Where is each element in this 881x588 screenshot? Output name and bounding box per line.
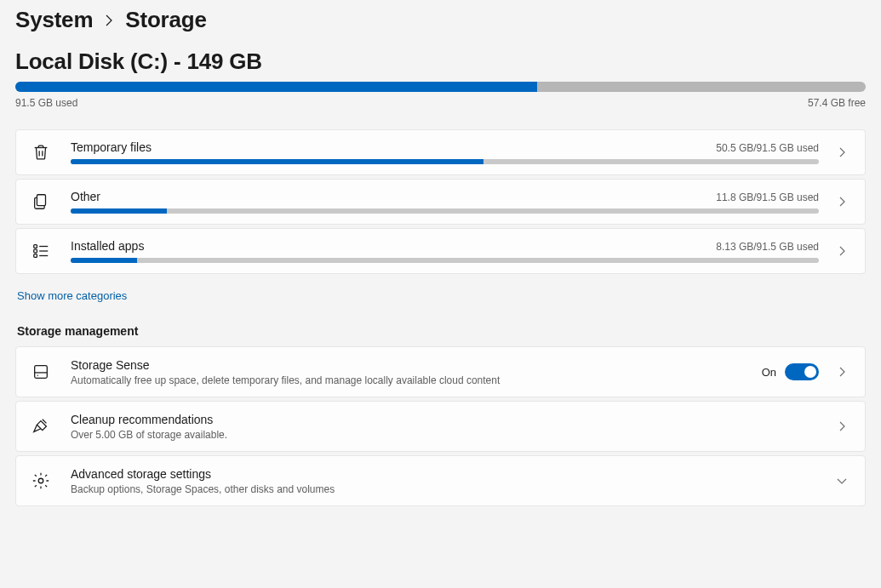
disk-usage-fill <box>15 82 537 92</box>
category-bar <box>71 258 819 263</box>
chevron-right-icon <box>832 367 851 377</box>
disk-free-label: 57.4 GB free <box>808 97 866 109</box>
svg-rect-4 <box>35 366 48 379</box>
setting-title: Storage Sense <box>71 358 150 372</box>
category-temporary-files[interactable]: Temporary files 50.5 GB/91.5 GB used <box>15 129 866 175</box>
category-usage: 50.5 GB/91.5 GB used <box>716 142 819 154</box>
drive-icon <box>25 363 57 381</box>
disk-usage-labels: 91.5 GB used 57.4 GB free <box>15 97 866 109</box>
section-heading-storage-management: Storage management <box>17 324 866 338</box>
category-bar <box>71 159 819 164</box>
breadcrumb: System Storage <box>15 7 866 33</box>
setting-subtitle: Automatically free up space, delete temp… <box>71 374 748 386</box>
setting-subtitle: Over 5.00 GB of storage available. <box>71 429 819 441</box>
broom-icon <box>25 417 57 436</box>
setting-advanced-storage[interactable]: Advanced storage settings Backup options… <box>15 455 866 506</box>
document-stack-icon <box>25 192 57 211</box>
gear-icon <box>25 471 57 490</box>
breadcrumb-current: Storage <box>125 7 206 33</box>
category-installed-apps[interactable]: Installed apps 8.13 GB/91.5 GB used <box>15 228 866 274</box>
disk-title: Local Disk (C:) - 149 GB <box>15 49 866 75</box>
storage-sense-toggle[interactable] <box>785 363 819 380</box>
category-title: Temporary files <box>71 140 152 154</box>
chevron-down-icon <box>832 477 851 485</box>
chevron-right-icon <box>832 147 851 157</box>
category-title: Installed apps <box>71 239 144 253</box>
svg-point-6 <box>38 478 43 483</box>
apps-list-icon <box>25 242 57 260</box>
setting-subtitle: Backup options, Storage Spaces, other di… <box>71 483 819 495</box>
category-bar <box>71 208 819 214</box>
svg-rect-3 <box>34 254 37 258</box>
chevron-right-icon <box>832 421 851 431</box>
setting-title: Cleanup recommendations <box>71 413 213 426</box>
svg-rect-0 <box>37 195 45 206</box>
category-usage: 8.13 GB/91.5 GB used <box>716 241 819 253</box>
trash-icon <box>25 143 57 162</box>
chevron-right-icon <box>105 14 113 26</box>
breadcrumb-parent[interactable]: System <box>15 7 93 33</box>
category-usage: 11.8 GB/91.5 GB used <box>716 191 819 203</box>
svg-rect-1 <box>34 245 37 248</box>
category-other[interactable]: Other 11.8 GB/91.5 GB used <box>15 179 866 225</box>
category-title: Other <box>71 190 100 203</box>
svg-rect-2 <box>34 249 37 253</box>
setting-storage-sense[interactable]: Storage Sense Automatically free up spac… <box>15 346 866 397</box>
svg-point-5 <box>37 374 38 375</box>
setting-cleanup-recommendations[interactable]: Cleanup recommendations Over 5.00 GB of … <box>15 401 866 452</box>
toggle-state-label: On <box>762 366 776 379</box>
disk-used-label: 91.5 GB used <box>15 97 77 109</box>
chevron-right-icon <box>832 197 851 207</box>
disk-usage-bar <box>15 82 866 92</box>
show-more-categories-link[interactable]: Show more categories <box>17 289 127 302</box>
setting-title: Advanced storage settings <box>71 467 211 481</box>
chevron-right-icon <box>832 246 851 256</box>
